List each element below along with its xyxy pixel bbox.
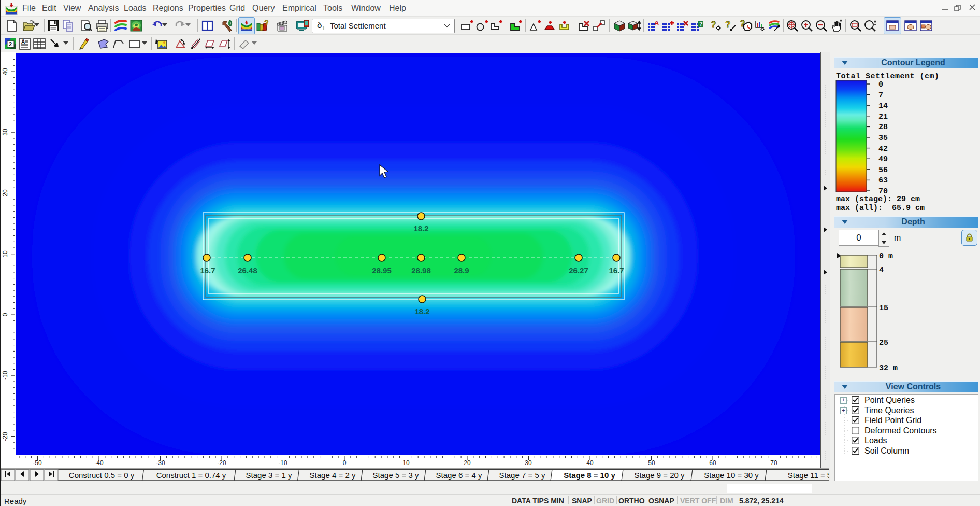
svg-text:Stage 10 = 30 y: Stage 10 = 30 y (704, 471, 759, 480)
svg-text:10: 10 (402, 459, 410, 467)
svg-text:0: 0 (2, 313, 9, 316)
svg-text:26.48: 26.48 (238, 266, 257, 275)
svg-text:-10: -10 (278, 459, 287, 467)
svg-text:16.7: 16.7 (200, 266, 215, 275)
svg-text:2: 2 (9, 41, 12, 47)
svg-text:30: 30 (525, 459, 532, 467)
svg-text:42: 42 (878, 145, 888, 153)
svg-text:-50: -50 (33, 459, 42, 467)
svg-text:28.95: 28.95 (372, 266, 392, 275)
svg-text:35: 35 (878, 134, 888, 143)
svg-text:49: 49 (878, 155, 888, 164)
svg-text:14: 14 (878, 102, 888, 110)
svg-text:20: 20 (464, 459, 471, 467)
svg-text:A: A (654, 19, 659, 27)
svg-text:Stage 3 = 1 y: Stage 3 = 1 y (246, 471, 292, 480)
svg-text:0: 0 (343, 459, 347, 467)
svg-text:63: 63 (878, 176, 888, 185)
svg-text:10: 10 (2, 250, 9, 258)
svg-text:Stage 5 = 3 y: Stage 5 = 3 y (373, 471, 419, 480)
svg-text:-40: -40 (94, 459, 104, 467)
svg-text:-20: -20 (217, 459, 226, 467)
svg-text:Stage 9 = 20 y: Stage 9 = 20 y (634, 471, 685, 480)
svg-text:Stage 4 = 2 y: Stage 4 = 2 y (310, 471, 356, 480)
svg-text:15: 15 (879, 304, 888, 313)
svg-text:-10: -10 (2, 371, 9, 380)
svg-text:?: ? (725, 20, 730, 30)
svg-text:0: 0 (878, 80, 883, 89)
svg-text:?: ? (711, 20, 716, 30)
svg-text:-20: -20 (2, 432, 9, 441)
svg-text:40: 40 (586, 459, 594, 467)
svg-text:70: 70 (770, 459, 777, 467)
svg-text:Construct 1 = 0.74 y: Construct 1 = 0.74 y (156, 471, 226, 480)
svg-text:18.2: 18.2 (414, 307, 429, 316)
svg-text:26.27: 26.27 (569, 266, 588, 275)
svg-text:21: 21 (878, 113, 888, 121)
svg-text:16.7: 16.7 (609, 266, 624, 275)
svg-text:0 m: 0 m (879, 252, 893, 261)
svg-text:Stage 8 = 10 y: Stage 8 = 10 y (564, 471, 615, 480)
svg-text:Stage 6 = 4 y: Stage 6 = 4 y (436, 471, 482, 480)
svg-text:18.2: 18.2 (413, 224, 428, 233)
svg-text:?: ? (699, 21, 703, 27)
svg-text:25: 25 (879, 339, 888, 347)
svg-text:28.9: 28.9 (454, 266, 469, 275)
svg-text:60: 60 (709, 459, 716, 467)
svg-text:4: 4 (879, 266, 884, 275)
svg-text:20: 20 (2, 189, 9, 196)
svg-text:28: 28 (878, 123, 888, 132)
svg-text:40: 40 (2, 68, 9, 75)
svg-text:Construct 0.5 = 0 y: Construct 0.5 = 0 y (69, 471, 135, 480)
svg-text:30: 30 (2, 129, 9, 136)
svg-text:?: ? (264, 19, 269, 27)
svg-text:Stage 11 = 5: Stage 11 = 5 (788, 471, 829, 480)
svg-text:-30: -30 (156, 459, 165, 467)
svg-text:A: A (21, 39, 25, 45)
svg-text:56: 56 (878, 166, 888, 175)
svg-text:28.98: 28.98 (411, 266, 431, 275)
svg-text:32 m: 32 m (879, 364, 898, 373)
svg-text:50: 50 (648, 459, 655, 467)
svg-text:7: 7 (878, 91, 883, 100)
svg-text:Stage 7 = 5 y: Stage 7 = 5 y (499, 471, 545, 480)
